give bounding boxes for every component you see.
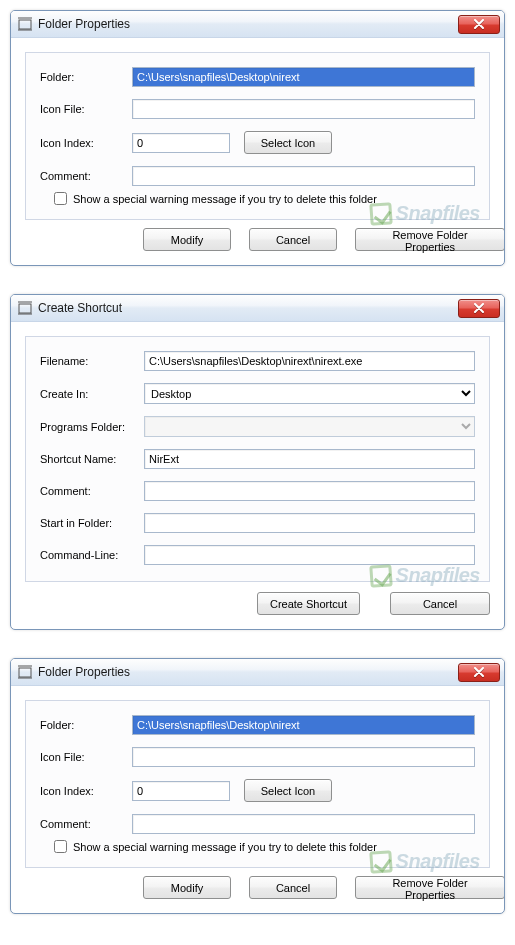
window-title: Create Shortcut [38,301,458,315]
start-in-input[interactable] [144,513,475,533]
svg-rect-0 [19,20,31,29]
folder-properties-dialog-1: Folder Properties Folder: Icon File: Ico… [10,10,505,266]
icon-file-label: Icon File: [40,103,132,115]
folder-label: Folder: [40,71,132,83]
folder-input[interactable] [132,715,475,735]
programs-folder-select [144,416,475,437]
comment-label: Comment: [40,485,144,497]
shortcut-name-input[interactable] [144,449,475,469]
create-in-select[interactable]: Desktop [144,383,475,404]
shortcut-name-label: Shortcut Name: [40,453,144,465]
icon-file-input[interactable] [132,747,475,767]
window-title: Folder Properties [38,17,458,31]
cancel-button[interactable]: Cancel [390,592,490,615]
create-in-label: Create In: [40,388,144,400]
icon-index-label: Icon Index: [40,137,132,149]
window-title: Folder Properties [38,665,458,679]
svg-rect-6 [19,668,31,677]
app-icon [17,300,33,316]
close-button[interactable] [458,15,500,34]
icon-index-input[interactable] [132,133,230,153]
warning-checkbox[interactable] [54,840,67,853]
titlebar[interactable]: Folder Properties [11,659,504,686]
cancel-button[interactable]: Cancel [249,228,337,251]
app-icon [17,664,33,680]
remove-properties-button[interactable]: Remove Folder Properties [355,876,505,899]
titlebar[interactable]: Folder Properties [11,11,504,38]
icon-file-input[interactable] [132,99,475,119]
close-button[interactable] [458,299,500,318]
folder-label: Folder: [40,719,132,731]
start-in-label: Start in Folder: [40,517,144,529]
folder-properties-dialog-2: Folder Properties Folder: Icon File: Ico… [10,658,505,914]
folder-input[interactable] [132,67,475,87]
comment-input[interactable] [132,814,475,834]
modify-button[interactable]: Modify [143,228,231,251]
comment-input[interactable] [132,166,475,186]
select-icon-button[interactable]: Select Icon [244,131,332,154]
modify-button[interactable]: Modify [143,876,231,899]
remove-properties-button[interactable]: Remove Folder Properties [355,228,505,251]
icon-index-input[interactable] [132,781,230,801]
filename-input[interactable] [144,351,475,371]
comment-label: Comment: [40,170,132,182]
programs-folder-label: Programs Folder: [40,421,144,433]
titlebar[interactable]: Create Shortcut [11,295,504,322]
cancel-button[interactable]: Cancel [249,876,337,899]
select-icon-button[interactable]: Select Icon [244,779,332,802]
create-shortcut-button[interactable]: Create Shortcut [257,592,360,615]
app-icon [17,16,33,32]
command-line-label: Command-Line: [40,549,144,561]
comment-input[interactable] [144,481,475,501]
comment-label: Comment: [40,818,132,830]
warning-checkbox[interactable] [54,192,67,205]
filename-label: Filename: [40,355,144,367]
warning-checkbox-label: Show a special warning message if you tr… [73,193,377,205]
svg-rect-3 [19,304,31,313]
command-line-input[interactable] [144,545,475,565]
icon-file-label: Icon File: [40,751,132,763]
icon-index-label: Icon Index: [40,785,132,797]
warning-checkbox-label: Show a special warning message if you tr… [73,841,377,853]
create-shortcut-dialog: Create Shortcut Filename: Create In: Des… [10,294,505,630]
close-button[interactable] [458,663,500,682]
